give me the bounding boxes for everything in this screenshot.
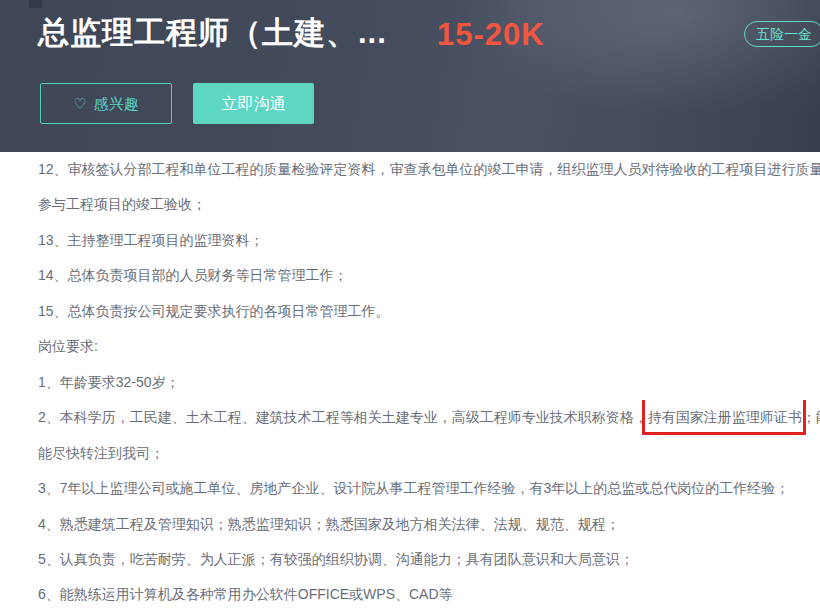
salary-text: 15-20K [437, 17, 545, 53]
job-description-line: 12、审核签认分部工程和单位工程的质量检验评定资料，审查承包单位的竣工申请，组织… [0, 152, 820, 187]
job-description-line: 6、能熟练运用计算机及各种常用办公软件OFFICE或WPS、CAD等 [0, 577, 820, 612]
job-description-line: 15、总体负责按公司规定要求执行的各项日常管理工作。 [0, 294, 820, 329]
job-description: 12、审核签认分部工程和单位工程的质量检验评定资料，审查承包单位的竣工申请，组织… [0, 152, 820, 613]
job-description-line: 1、年龄要求32-50岁； [0, 365, 820, 400]
job-description-line: 14、总体负责项目部的人员财务等日常管理工作； [0, 258, 820, 293]
requirement-text-before: 2、本科学历，工民建、土木工程、建筑技术工程等相关土建专业，高级工程师专业技术职… [38, 409, 648, 425]
heart-icon: ♡ [73, 95, 86, 112]
job-requirements-heading: 岗位要求: [0, 329, 820, 364]
job-header: 总监理工程师（土建、... 15-20K 五险一金 ♡感兴趣 立即沟通 [0, 0, 820, 152]
job-description-line: 5、认真负责，吃苦耐劳、为人正派；有较强的组织协调、沟通能力；具有团队意识和大局… [0, 542, 820, 577]
dark-notch [29, 0, 42, 8]
job-description-line: 能尽快转注到我司； [0, 436, 820, 471]
job-description-line: 13、主持整理工程项目的监理资料； [0, 223, 820, 258]
interested-button-label: 感兴趣 [94, 95, 139, 112]
job-title: 总监理工程师（土建、... [38, 12, 387, 54]
job-detail-page: 总监理工程师（土建、... 15-20K 五险一金 ♡感兴趣 立即沟通 12、审… [0, 0, 820, 613]
benefit-badge: 五险一金 [744, 21, 820, 47]
job-description-line: 参与工程项目的竣工验收； [0, 187, 820, 222]
requirement-text-after: ；能 [802, 409, 820, 425]
job-description-line-annotated: 2、本科学历，工民建、土木工程、建筑技术工程等相关土建专业，高级工程师专业技术职… [0, 400, 820, 435]
red-annotation-box: 持有国家注册监理师证书 [648, 409, 802, 425]
job-description-line: 4、熟悉建筑工程及管理知识；熟悉监理知识；熟悉国家及地方相关法律、法规、规范、规… [0, 507, 820, 542]
interested-button[interactable]: ♡感兴趣 [40, 83, 172, 124]
chat-now-button[interactable]: 立即沟通 [193, 83, 314, 124]
job-description-line: 3、7年以上监理公司或施工单位、房地产企业、设计院从事工程管理工作经验，有3年以… [0, 471, 820, 506]
